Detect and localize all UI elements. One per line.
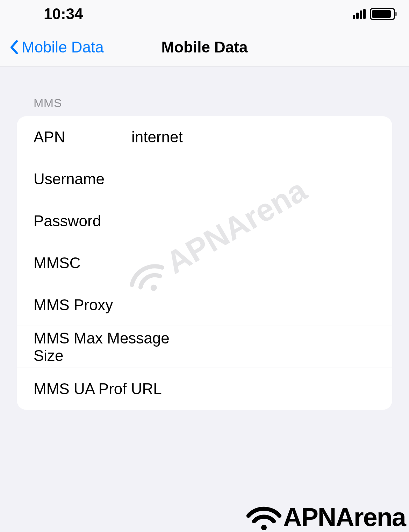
branding-text: APNArena xyxy=(283,502,406,532)
back-button[interactable]: Mobile Data xyxy=(0,38,104,56)
chevron-left-icon xyxy=(10,40,18,55)
battery-icon xyxy=(370,8,395,20)
input-apn[interactable] xyxy=(131,116,392,158)
page-title: Mobile Data xyxy=(162,38,248,56)
settings-group-mms: APN Username Password MMSC MMS Proxy MMS… xyxy=(17,116,392,410)
row-mms-ua-prof[interactable]: MMS UA Prof URL xyxy=(17,368,392,410)
input-mms-ua-prof[interactable] xyxy=(200,368,392,410)
row-mmsc[interactable]: MMSC xyxy=(17,242,392,284)
svg-point-1 xyxy=(261,525,267,530)
label-mms-max-size: MMS Max Message Size xyxy=(34,329,200,364)
cellular-signal-icon xyxy=(353,9,366,19)
input-mms-max-size[interactable] xyxy=(200,326,392,368)
input-mmsc[interactable] xyxy=(131,242,392,284)
row-mms-proxy[interactable]: MMS Proxy xyxy=(17,284,392,326)
label-password: Password xyxy=(34,212,131,230)
label-username: Username xyxy=(34,170,131,188)
input-password[interactable] xyxy=(131,200,392,242)
row-password[interactable]: Password xyxy=(17,200,392,242)
row-username[interactable]: Username xyxy=(17,158,392,200)
label-mmsc: MMSC xyxy=(34,254,131,272)
label-mms-ua-prof: MMS UA Prof URL xyxy=(34,380,200,398)
label-apn: APN xyxy=(34,128,131,146)
section-header-mms: MMS xyxy=(17,96,392,110)
content-area: MMS APN Username Password MMSC MMS Proxy… xyxy=(0,66,409,410)
row-apn[interactable]: APN xyxy=(17,116,392,158)
status-time: 10:34 xyxy=(44,5,83,23)
input-username[interactable] xyxy=(131,158,392,200)
branding-logo: APNArena xyxy=(245,502,406,532)
row-mms-max-size[interactable]: MMS Max Message Size xyxy=(17,326,392,368)
label-mms-proxy: MMS Proxy xyxy=(34,296,131,314)
navigation-bar: Mobile Data Mobile Data xyxy=(0,28,409,66)
back-label: Mobile Data xyxy=(22,38,104,56)
wifi-icon xyxy=(245,503,283,531)
status-bar: 10:34 xyxy=(0,0,409,28)
input-mms-proxy[interactable] xyxy=(131,284,392,326)
